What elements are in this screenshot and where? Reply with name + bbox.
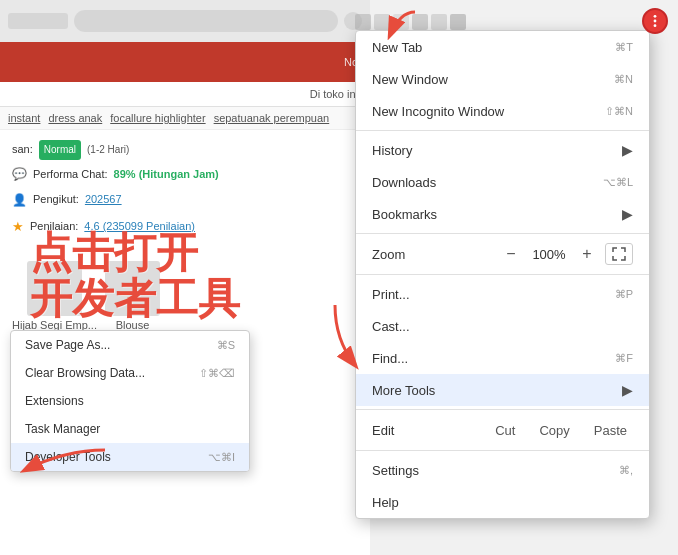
settings-shortcut: ⌘, (619, 464, 633, 477)
chinese-annotation: 点击打开 开发者工具 (30, 230, 240, 322)
expand-icon (612, 247, 626, 261)
task-manager-label: Task Manager (25, 422, 100, 436)
bookmarks-arrow: ▶ (622, 206, 633, 222)
browser-topbar (0, 0, 370, 42)
help-label: Help (372, 495, 633, 510)
ext-icon (431, 14, 447, 30)
settings-label: Settings (372, 463, 599, 478)
three-dot-icon (648, 14, 662, 28)
chat-icon: 💬 (12, 164, 27, 186)
tag-sepatu[interactable]: sepatuanak perempuan (214, 112, 330, 124)
three-dot-menu-button[interactable] (642, 8, 668, 34)
menu-more-tools[interactable]: More Tools ▶ (356, 374, 649, 406)
new-window-label: New Window (372, 72, 594, 87)
menu-cast[interactable]: Cast... (356, 310, 649, 342)
edit-label: Edit (372, 423, 489, 438)
menu-new-window[interactable]: New Window ⌘N (356, 63, 649, 95)
zoom-plus-button[interactable]: + (575, 242, 599, 266)
star-icon: ★ (12, 215, 24, 238)
divider-1 (356, 130, 649, 131)
find-label: Find... (372, 351, 595, 366)
menu-history[interactable]: History ▶ (356, 134, 649, 166)
menu-help[interactable]: Help (356, 486, 649, 518)
extension-icon-row (355, 14, 466, 30)
tag-instant[interactable]: instant (8, 112, 40, 124)
menu-zoom: Zoom − 100% + (356, 237, 649, 271)
submenu-developer-tools[interactable]: Developer Tools ⌥⌘I (11, 443, 249, 471)
menu-bookmarks[interactable]: Bookmarks ▶ (356, 198, 649, 230)
cast-label: Cast... (372, 319, 633, 334)
zoom-label: Zoom (372, 247, 493, 262)
divider-5 (356, 450, 649, 451)
new-tab-label: New Tab (372, 40, 595, 55)
status-label: san: (12, 140, 33, 160)
incognito-label: New Incognito Window (372, 104, 585, 119)
followers-label: Pengikut: (33, 190, 79, 210)
annotation-line1: 点击打开 (30, 230, 240, 276)
divider-3 (356, 274, 649, 275)
ext-icon (355, 14, 371, 30)
more-tools-submenu: Save Page As... ⌘S Clear Browsing Data..… (10, 330, 250, 472)
incognito-shortcut: ⇧⌘N (605, 105, 633, 118)
menu-new-tab[interactable]: New Tab ⌘T (356, 31, 649, 63)
svg-point-0 (654, 15, 657, 18)
print-label: Print... (372, 287, 595, 302)
chat-label: Performa Chat: (33, 165, 108, 185)
search-bar: Di toko ini (0, 82, 370, 107)
bookmarks-label: Bookmarks (372, 207, 614, 222)
edit-buttons: Cut Copy Paste (489, 421, 633, 440)
ext-icon (374, 14, 390, 30)
submenu-task-manager[interactable]: Task Manager (11, 415, 249, 443)
developer-tools-shortcut: ⌥⌘I (208, 451, 235, 464)
developer-tools-label: Developer Tools (25, 450, 111, 464)
menu-incognito[interactable]: New Incognito Window ⇧⌘N (356, 95, 649, 127)
search-hint: Di toko ini (310, 88, 358, 100)
clear-browsing-shortcut: ⇧⌘⌫ (199, 367, 235, 380)
new-tab-shortcut: ⌘T (615, 41, 633, 54)
menu-settings[interactable]: Settings ⌘, (356, 454, 649, 486)
followers-count: 202567 (85, 190, 122, 210)
divider-2 (356, 233, 649, 234)
print-shortcut: ⌘P (615, 288, 633, 301)
annotation-line2: 开发者工具 (30, 276, 240, 322)
clear-browsing-label: Clear Browsing Data... (25, 366, 145, 380)
more-tools-arrow: ▶ (622, 382, 633, 398)
new-window-shortcut: ⌘N (614, 73, 633, 86)
ext-icon (393, 14, 409, 30)
zoom-expand-button[interactable] (605, 243, 633, 265)
submenu-extensions[interactable]: Extensions (11, 387, 249, 415)
history-arrow: ▶ (622, 142, 633, 158)
paste-button[interactable]: Paste (588, 421, 633, 440)
menu-edit: Edit Cut Copy Paste (356, 413, 649, 447)
menu-downloads[interactable]: Downloads ⌥⌘L (356, 166, 649, 198)
status-detail: (1-2 Hari) (87, 141, 129, 159)
status-badge: Normal (39, 140, 81, 160)
tag-focallure[interactable]: focallure highlighter (110, 112, 205, 124)
chrome-context-menu: New Tab ⌘T New Window ⌘N New Incognito W… (355, 30, 650, 519)
tag-bar: instant dress anak focallure highlighter… (0, 107, 370, 130)
menu-print[interactable]: Print... ⌘P (356, 278, 649, 310)
address-bar (74, 10, 338, 32)
nav-buttons (8, 13, 68, 29)
shop-header: No (0, 42, 370, 82)
zoom-value: 100% (529, 247, 569, 262)
more-tools-label: More Tools (372, 383, 614, 398)
history-label: History (372, 143, 614, 158)
zoom-minus-button[interactable]: − (499, 242, 523, 266)
ext-icon (412, 14, 428, 30)
ext-icon (450, 14, 466, 30)
follower-icon: 👤 (12, 190, 27, 212)
submenu-save-page[interactable]: Save Page As... ⌘S (11, 331, 249, 359)
svg-point-2 (654, 24, 657, 27)
menu-find[interactable]: Find... ⌘F (356, 342, 649, 374)
copy-button[interactable]: Copy (533, 421, 575, 440)
submenu-clear-browsing[interactable]: Clear Browsing Data... ⇧⌘⌫ (11, 359, 249, 387)
downloads-label: Downloads (372, 175, 583, 190)
chat-percent: 89% (Hitungan Jam) (114, 165, 219, 185)
save-page-label: Save Page As... (25, 338, 110, 352)
divider-4 (356, 409, 649, 410)
cut-button[interactable]: Cut (489, 421, 521, 440)
tag-dress[interactable]: dress anak (48, 112, 102, 124)
find-shortcut: ⌘F (615, 352, 633, 365)
downloads-shortcut: ⌥⌘L (603, 176, 633, 189)
